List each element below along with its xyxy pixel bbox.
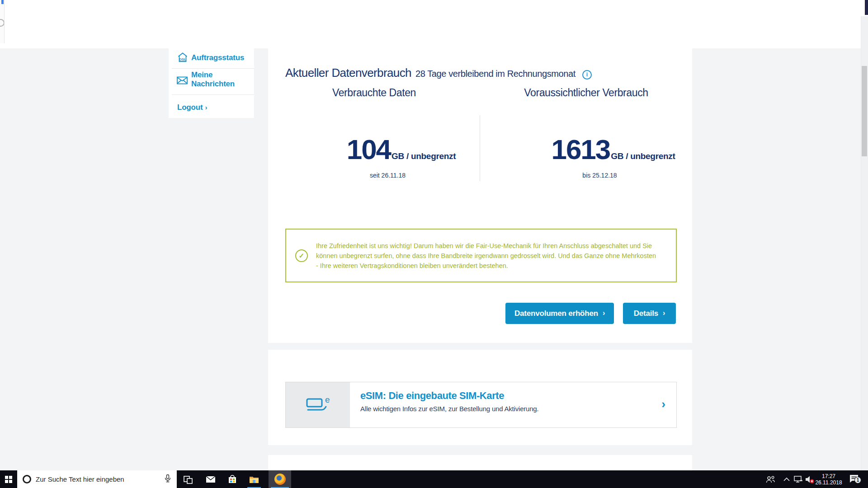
task-view-button[interactable] (178, 470, 198, 488)
store-icon (227, 474, 237, 484)
dsl-icon-text: DSL (179, 57, 186, 61)
chevron-right-icon[interactable]: › (661, 397, 665, 411)
chevron-up-icon (783, 477, 790, 482)
forecast-value-row: 1613 GB / unbegrenzt (507, 136, 719, 164)
show-hidden-icons-button[interactable] (781, 470, 792, 488)
header-band (0, 0, 868, 48)
dsl-house-icon: DSL (177, 52, 189, 65)
mail-app-button[interactable] (200, 470, 221, 488)
search-input[interactable]: Zur Suche Text hier eingeben (36, 475, 164, 483)
next-card-partial (268, 455, 692, 470)
details-button[interactable]: Details › (623, 303, 676, 324)
forecast-period: bis 25.12.18 (494, 172, 706, 179)
esim-text: eSIM: Die eingebaute SIM-Karte Alle wich… (360, 390, 538, 413)
windows-start-icon (5, 476, 12, 483)
scrollbar-thumb[interactable] (862, 66, 867, 156)
forecast-unit: GB / unbegrenzt (611, 151, 675, 161)
esim-icon: e (305, 394, 330, 415)
corner-dark-fragment (865, 0, 868, 15)
file-explorer-button[interactable] (244, 470, 264, 488)
taskbar-search[interactable]: Zur Suche Text hier eingeben (17, 470, 177, 488)
check-icon: ✓ (295, 249, 308, 262)
increase-data-button[interactable]: Datenvolumen erhöhen › (505, 303, 614, 324)
sidebar-divider (172, 94, 254, 95)
file-explorer-icon (249, 475, 259, 484)
people-icon (765, 475, 776, 484)
sidebar-item-logout[interactable]: Logout› (177, 103, 207, 112)
esim-teaser[interactable]: e eSIM: Die eingebaute SIM-Karte Alle wi… (285, 382, 677, 428)
store-app-button[interactable] (222, 470, 243, 488)
sidebar-item-meine-nachrichten[interactable]: Meine Nachrichten (191, 70, 248, 89)
task-view-icon (183, 474, 193, 484)
taskbar: Zur Suche Text hier eingeben (0, 470, 868, 488)
forecast-heading: Voraussichtlicher Verbrauch (480, 87, 692, 99)
sidebar-item-auftragsstatus[interactable]: Auftragsstatus (191, 53, 244, 62)
chevron-right-icon: › (603, 309, 605, 317)
network-button[interactable] (793, 470, 804, 488)
people-button[interactable] (764, 470, 777, 488)
details-button-label: Details (634, 309, 658, 318)
envelope-icon (176, 75, 188, 87)
chevron-right-icon: › (205, 103, 207, 111)
sidebar-divider (172, 68, 254, 69)
increase-data-button-label: Datenvolumen erhöhen (514, 309, 598, 318)
esim-card: e eSIM: Die eingebaute SIM-Karte Alle wi… (268, 350, 692, 445)
action-center-button[interactable]: 1 (846, 470, 862, 488)
blue-fragment (1, 0, 4, 4)
background-window-sliver (0, 0, 5, 43)
esim-subtitle: Alle wichtigen Infos zur eSIM, zur Beste… (360, 405, 538, 413)
clock-time: 17:27 (815, 473, 842, 479)
esim-icon-letter: e (325, 395, 330, 404)
notification-badge: 1 (854, 477, 861, 483)
mail-icon (205, 475, 216, 484)
used-data-value: 104 (347, 136, 391, 164)
forecast-value: 1613 (551, 136, 610, 164)
sidebar: DSL Auftragsstatus Meine Nachrichten Log… (169, 41, 254, 118)
used-data-unit: GB / unbegrenzt (392, 151, 456, 161)
logout-label: Logout (177, 103, 203, 112)
fair-use-notice: ✓ Ihre Zufriedenheit ist uns wichtig! Da… (285, 229, 677, 282)
esim-icon-panel: e (286, 382, 350, 427)
chevron-right-icon: › (663, 309, 665, 317)
used-data-heading: Verbrauchte Daten (268, 87, 480, 99)
used-data-column: Verbrauchte Daten 104 GB / unbegrenzt se… (268, 47, 480, 343)
usage-card: Aktueller Datenverbrauch 28 Tage verblei… (268, 47, 692, 343)
network-icon (793, 475, 803, 484)
start-button[interactable] (0, 470, 17, 488)
used-data-value-row: 104 GB / unbegrenzt (295, 136, 507, 164)
volume-muted-icon (804, 474, 815, 484)
used-data-period: seit 26.11.18 (282, 172, 494, 179)
esim-title: eSIM: Die eingebaute SIM-Karte (360, 390, 538, 402)
microphone-icon[interactable] (164, 474, 171, 485)
firefox-icon (274, 474, 286, 485)
clock-date: 26.11.2018 (815, 479, 842, 486)
fair-use-notice-text: Ihre Zufriedenheit ist uns wichtig! Daru… (316, 241, 660, 271)
search-icon (23, 475, 31, 483)
volume-button[interactable] (804, 470, 816, 488)
clock[interactable]: 17:27 26.11.2018 (816, 470, 842, 488)
firefox-button[interactable] (269, 470, 291, 488)
ring-fragment-icon (0, 19, 5, 27)
notification-icon: 1 (849, 474, 859, 485)
screen: DSL Auftragsstatus Meine Nachrichten Log… (0, 0, 868, 488)
forecast-column: Voraussichtlicher Verbrauch 1613 GB / un… (480, 47, 692, 343)
